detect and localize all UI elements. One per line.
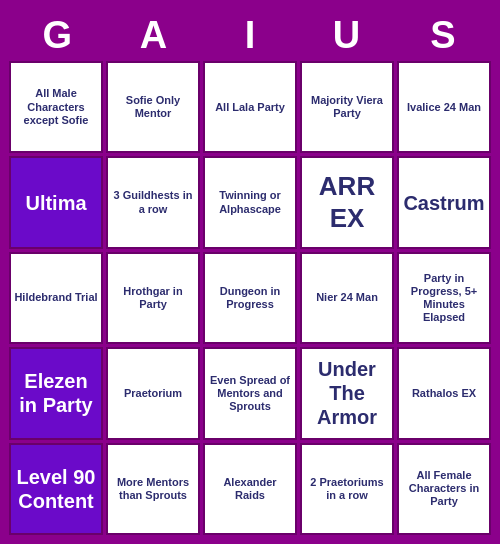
cell-2-4[interactable]: Party in Progress, 5+ Minutes Elapsed bbox=[397, 252, 491, 344]
cell-4-0[interactable]: Level 90 Content bbox=[9, 443, 103, 535]
header-letter-g: G bbox=[9, 14, 105, 57]
header-letter-s: S bbox=[395, 14, 491, 57]
header-letter-i: I bbox=[202, 14, 298, 57]
cell-0-4[interactable]: Ivalice 24 Man bbox=[397, 61, 491, 153]
cell-0-2[interactable]: All Lala Party bbox=[203, 61, 297, 153]
cell-1-0[interactable]: Ultima bbox=[9, 156, 103, 248]
cell-2-2[interactable]: Dungeon in Progress bbox=[203, 252, 297, 344]
cell-0-1[interactable]: Sofie Only Mentor bbox=[106, 61, 200, 153]
cell-2-3[interactable]: Nier 24 Man bbox=[300, 252, 394, 344]
bingo-grid: All Male Characters except Sofie Sofie O… bbox=[9, 61, 491, 535]
cell-4-1[interactable]: More Mentors than Sprouts bbox=[106, 443, 200, 535]
cell-0-3[interactable]: Majority Viera Party bbox=[300, 61, 394, 153]
cell-4-3[interactable]: 2 Praetoriums in a row bbox=[300, 443, 394, 535]
cell-1-3[interactable]: ARR EX bbox=[300, 156, 394, 248]
cell-1-4[interactable]: Castrum bbox=[397, 156, 491, 248]
bingo-card: G A I U S All Male Characters except Sof… bbox=[5, 5, 495, 539]
grid-row-0: All Male Characters except Sofie Sofie O… bbox=[9, 61, 491, 153]
cell-3-3[interactable]: Under The Armor bbox=[300, 347, 394, 439]
cell-4-2[interactable]: Alexander Raids bbox=[203, 443, 297, 535]
cell-3-0[interactable]: Elezen in Party bbox=[9, 347, 103, 439]
header-letter-a: A bbox=[105, 14, 201, 57]
cell-3-2[interactable]: Even Spread of Mentors and Sprouts bbox=[203, 347, 297, 439]
cell-0-0[interactable]: All Male Characters except Sofie bbox=[9, 61, 103, 153]
cell-2-0[interactable]: Hildebrand Trial bbox=[9, 252, 103, 344]
header-row: G A I U S bbox=[9, 9, 491, 61]
header-letter-u: U bbox=[298, 14, 394, 57]
cell-3-1[interactable]: Praetorium bbox=[106, 347, 200, 439]
cell-3-4[interactable]: Rathalos EX bbox=[397, 347, 491, 439]
grid-row-4: Level 90 Content More Mentors than Sprou… bbox=[9, 443, 491, 535]
grid-row-3: Elezen in Party Praetorium Even Spread o… bbox=[9, 347, 491, 439]
cell-2-1[interactable]: Hrothgar in Party bbox=[106, 252, 200, 344]
grid-row-2: Hildebrand Trial Hrothgar in Party Dunge… bbox=[9, 252, 491, 344]
cell-1-2[interactable]: Twinning or Alphascape bbox=[203, 156, 297, 248]
cell-4-4[interactable]: All Female Characters in Party bbox=[397, 443, 491, 535]
grid-row-1: Ultima 3 Guildhests in a row Twinning or… bbox=[9, 156, 491, 248]
cell-1-1[interactable]: 3 Guildhests in a row bbox=[106, 156, 200, 248]
